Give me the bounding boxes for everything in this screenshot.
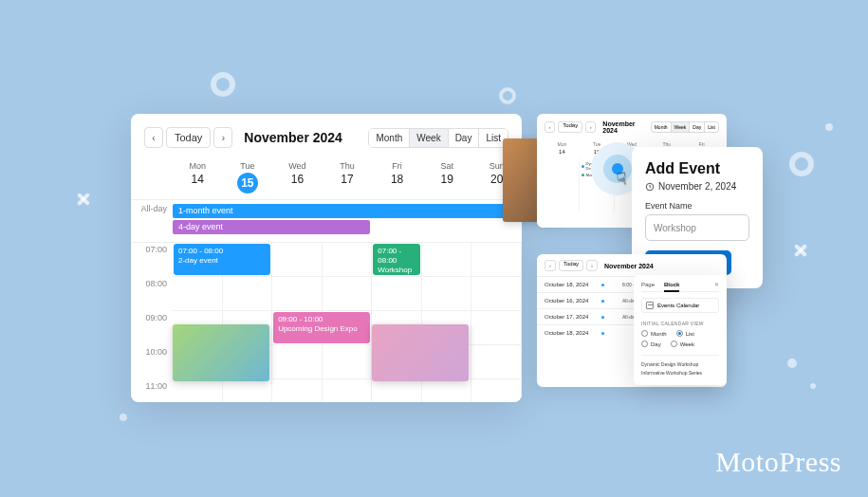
view-week-button[interactable]: Week xyxy=(409,129,447,147)
event-name-input[interactable] xyxy=(645,214,749,241)
day-num: 19 xyxy=(422,173,472,186)
panel-text-line: Informative Workshop Series xyxy=(641,369,719,377)
hour-label: 11:00 xyxy=(131,379,173,402)
time-slot[interactable] xyxy=(422,277,472,311)
event-image-yoga xyxy=(372,324,469,381)
popover-title: Add Event xyxy=(645,160,749,177)
tab-page[interactable]: Page xyxy=(641,282,655,287)
day-num: 16 xyxy=(272,173,323,186)
hour-label: 08:00 xyxy=(131,277,173,311)
day-name: Wed xyxy=(272,161,323,171)
radio-week[interactable]: Week xyxy=(671,341,694,347)
calendar-icon xyxy=(646,302,654,309)
calendar-title: November 2024 xyxy=(604,263,654,269)
allday-event-bar[interactable]: 1-month event xyxy=(173,204,520,218)
calendar-event[interactable]: 09:00 - 10:00Upcoming Design Expo xyxy=(273,312,370,343)
view-month-button[interactable]: Month xyxy=(652,122,671,132)
view-week-button[interactable]: Week xyxy=(671,122,690,132)
view-switch-group: Month Week Day List xyxy=(651,121,719,133)
event-name-label: Event Name xyxy=(645,201,749,211)
deco-dot xyxy=(120,414,127,421)
prev-button[interactable]: ‹ xyxy=(144,127,163,148)
day-name: Thu xyxy=(323,161,373,171)
clock-icon xyxy=(645,182,655,192)
time-slot[interactable] xyxy=(323,243,373,277)
list-date: October 18, 2024 xyxy=(545,282,601,287)
brand-wordmark: MotoPress xyxy=(715,446,841,478)
radio-month[interactable]: Month xyxy=(641,330,667,337)
popover-date: November 2, 2024 xyxy=(645,181,749,192)
hour-label: 07:00 xyxy=(131,243,173,277)
allday-event-bar[interactable]: 4-day event xyxy=(173,220,370,234)
calendar-event[interactable]: 07:00 - 08:002-day event xyxy=(174,244,270,275)
calendar-title: November 2024 xyxy=(602,120,647,134)
close-icon[interactable]: ✕ xyxy=(714,281,719,287)
hour-label: 09:00 xyxy=(131,311,173,345)
day-name: Tue xyxy=(223,161,273,171)
deco-x xyxy=(76,192,91,207)
next-button[interactable]: › xyxy=(586,260,598,271)
radio-list[interactable]: List xyxy=(676,330,694,337)
day-name: Mon xyxy=(545,139,580,149)
time-slot[interactable] xyxy=(223,277,273,311)
time-slot[interactable] xyxy=(471,345,522,379)
time-slot[interactable] xyxy=(272,345,323,379)
list-date: October 17, 2024 xyxy=(545,314,601,320)
time-slot[interactable] xyxy=(372,277,422,311)
view-day-button[interactable]: Day xyxy=(448,129,479,147)
time-slot[interactable] xyxy=(422,379,472,402)
time-slot[interactable] xyxy=(471,311,522,345)
time-slot[interactable] xyxy=(372,379,422,402)
radio-day[interactable]: Day xyxy=(641,341,661,347)
view-list-button[interactable]: List xyxy=(704,122,718,132)
deco-dot xyxy=(825,123,833,131)
time-slot[interactable] xyxy=(323,379,373,402)
today-button[interactable]: Today xyxy=(558,121,582,133)
block-item-label: Events Calendar xyxy=(657,303,699,308)
day-num: 14 xyxy=(545,149,580,155)
day-num-today: 15 xyxy=(237,173,258,193)
view-day-button[interactable]: Day xyxy=(689,122,704,132)
hour-label: 10:00 xyxy=(131,345,173,379)
calendar-event[interactable]: 07:00 - 08:00Workshop xyxy=(373,244,420,275)
tab-block[interactable]: Block xyxy=(664,282,679,292)
time-slot[interactable] xyxy=(223,379,273,402)
calendar-header: ‹ Today › November 2024 Month Week Day L… xyxy=(131,127,522,157)
deco-circle xyxy=(211,72,235,97)
next-button[interactable]: › xyxy=(585,121,596,133)
time-slot[interactable] xyxy=(471,243,522,277)
calendar-title: November 2024 xyxy=(244,130,342,145)
today-button[interactable]: Today xyxy=(166,127,211,148)
today-button[interactable]: Today xyxy=(559,260,583,271)
allday-row: All-day 1-month event4-day event xyxy=(131,199,522,242)
block-settings-panel: Page Block ✕ Events Calendar Initial Cal… xyxy=(634,275,727,385)
day-num: 14 xyxy=(173,173,223,186)
list-date: October 18, 2024 xyxy=(545,330,601,336)
deco-x xyxy=(793,243,808,258)
time-slot[interactable] xyxy=(422,243,472,277)
day-num: 17 xyxy=(323,173,373,186)
list-date: October 16, 2024 xyxy=(545,298,601,304)
time-slot[interactable] xyxy=(173,277,223,311)
calendar-main-card: ‹ Today › November 2024 Month Week Day L… xyxy=(131,114,522,402)
time-slot[interactable] xyxy=(323,345,373,379)
view-month-button[interactable]: Month xyxy=(369,129,409,147)
time-slot[interactable] xyxy=(471,379,522,402)
prev-button[interactable]: ‹ xyxy=(545,260,556,271)
time-slot[interactable] xyxy=(272,277,323,311)
day-name: Mon xyxy=(173,161,223,171)
allday-label: All-day xyxy=(131,204,173,213)
time-slot[interactable] xyxy=(323,277,373,311)
prev-button[interactable]: ‹ xyxy=(545,121,555,133)
day-header-row: Mon14 Tue15 Wed16 Thu17 Fri18 Sat19 Sun2… xyxy=(131,157,522,199)
deco-circle xyxy=(789,152,814,176)
deco-circle xyxy=(499,87,516,104)
time-slot[interactable] xyxy=(272,379,323,402)
time-slot[interactable] xyxy=(173,379,223,402)
next-button[interactable]: › xyxy=(213,127,232,148)
day-num: 18 xyxy=(372,173,422,186)
time-slot[interactable] xyxy=(272,243,323,277)
block-item[interactable]: Events Calendar xyxy=(641,298,719,313)
time-slot[interactable] xyxy=(471,277,522,311)
deco-dot xyxy=(787,359,797,368)
